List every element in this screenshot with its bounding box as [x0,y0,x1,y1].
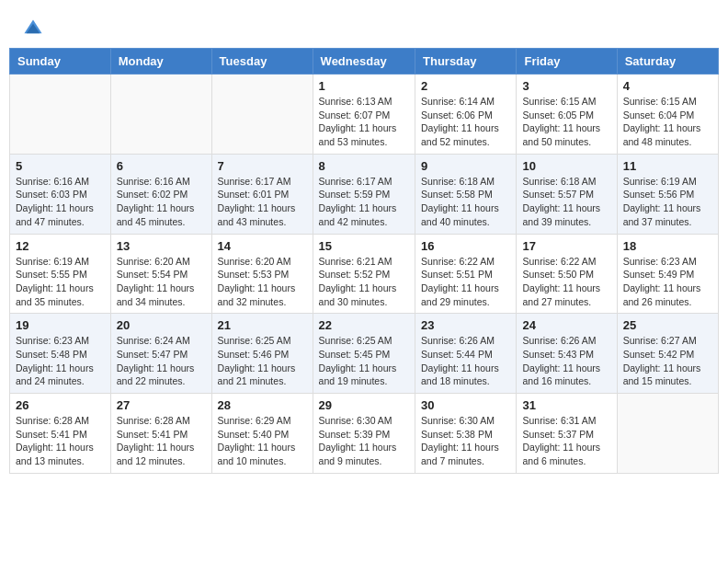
cell-content: Sunrise: 6:16 AMSunset: 6:02 PMDaylight:… [117,176,195,227]
cell-content: Sunrise: 6:20 AMSunset: 5:54 PMDaylight:… [117,256,195,307]
cell-content: Sunrise: 6:17 AMSunset: 6:01 PMDaylight:… [218,176,296,227]
day-number: 15 [319,239,409,253]
calendar-cell: 19Sunrise: 6:23 AMSunset: 5:48 PMDayligh… [10,314,111,394]
calendar-cell: 7Sunrise: 6:17 AMSunset: 6:01 PMDaylight… [211,154,313,234]
cell-content: Sunrise: 6:13 AMSunset: 6:07 PMDaylight:… [319,96,397,147]
calendar-cell: 10Sunrise: 6:18 AMSunset: 5:57 PMDayligh… [517,154,617,234]
day-number: 12 [16,239,105,253]
calendar-cell: 22Sunrise: 6:25 AMSunset: 5:45 PMDayligh… [313,314,415,394]
day-number: 3 [522,79,610,93]
calendar-cell: 3Sunrise: 6:15 AMSunset: 6:05 PMDaylight… [517,75,617,155]
calendar-cell: 8Sunrise: 6:17 AMSunset: 5:59 PMDaylight… [313,154,415,234]
cell-content: Sunrise: 6:14 AMSunset: 6:06 PMDaylight:… [421,96,499,147]
cell-content: Sunrise: 6:28 AMSunset: 5:41 PMDaylight:… [16,415,94,466]
day-number: 8 [319,159,409,173]
page-header [9,9,719,43]
cell-content: Sunrise: 6:17 AMSunset: 5:59 PMDaylight:… [319,176,397,227]
cell-content: Sunrise: 6:20 AMSunset: 5:53 PMDaylight:… [218,256,296,307]
day-number: 24 [522,318,610,332]
calendar-table: SundayMondayTuesdayWednesdayThursdayFrid… [9,48,719,474]
day-number: 6 [117,159,206,173]
day-number: 27 [117,398,206,412]
calendar-cell: 2Sunrise: 6:14 AMSunset: 6:06 PMDaylight… [415,75,517,155]
calendar-cell: 5Sunrise: 6:16 AMSunset: 6:03 PMDaylight… [10,154,111,234]
cell-content: Sunrise: 6:27 AMSunset: 5:42 PMDaylight:… [623,335,701,386]
cell-content: Sunrise: 6:22 AMSunset: 5:51 PMDaylight:… [421,256,499,307]
calendar-cell: 31Sunrise: 6:31 AMSunset: 5:37 PMDayligh… [517,394,617,474]
day-number: 16 [421,239,510,253]
calendar-cell: 14Sunrise: 6:20 AMSunset: 5:53 PMDayligh… [211,234,313,314]
logo-icon [23,18,43,39]
day-number: 13 [117,239,206,253]
calendar-cell: 12Sunrise: 6:19 AMSunset: 5:55 PMDayligh… [10,234,111,314]
calendar-cell [617,394,718,474]
calendar-week-row: 26Sunrise: 6:28 AMSunset: 5:41 PMDayligh… [10,394,719,474]
cell-content: Sunrise: 6:19 AMSunset: 5:56 PMDaylight:… [623,176,701,227]
day-number: 11 [623,159,712,173]
calendar-cell: 28Sunrise: 6:29 AMSunset: 5:40 PMDayligh… [211,394,313,474]
calendar-cell: 11Sunrise: 6:19 AMSunset: 5:56 PMDayligh… [617,154,718,234]
calendar-cell: 21Sunrise: 6:25 AMSunset: 5:46 PMDayligh… [211,314,313,394]
calendar-cell: 13Sunrise: 6:20 AMSunset: 5:54 PMDayligh… [110,234,211,314]
weekday-header: Monday [110,49,211,75]
day-number: 14 [218,239,307,253]
calendar-cell: 9Sunrise: 6:18 AMSunset: 5:58 PMDaylight… [415,154,517,234]
day-number: 1 [319,79,409,93]
calendar-cell [10,75,111,155]
calendar-cell [211,75,313,155]
cell-content: Sunrise: 6:26 AMSunset: 5:44 PMDaylight:… [421,335,499,386]
day-number: 4 [623,79,712,93]
cell-content: Sunrise: 6:18 AMSunset: 5:58 PMDaylight:… [421,176,499,227]
day-number: 20 [117,318,206,332]
cell-content: Sunrise: 6:21 AMSunset: 5:52 PMDaylight:… [319,256,397,307]
calendar-week-row: 1Sunrise: 6:13 AMSunset: 6:07 PMDaylight… [10,75,719,155]
calendar-cell: 29Sunrise: 6:30 AMSunset: 5:39 PMDayligh… [313,394,415,474]
calendar-week-row: 12Sunrise: 6:19 AMSunset: 5:55 PMDayligh… [10,234,719,314]
calendar-cell: 26Sunrise: 6:28 AMSunset: 5:41 PMDayligh… [10,394,111,474]
calendar-header-row: SundayMondayTuesdayWednesdayThursdayFrid… [10,49,719,75]
day-number: 21 [218,318,307,332]
weekday-header: Thursday [415,49,517,75]
calendar-cell: 25Sunrise: 6:27 AMSunset: 5:42 PMDayligh… [617,314,718,394]
calendar-cell [110,75,211,155]
calendar-cell: 15Sunrise: 6:21 AMSunset: 5:52 PMDayligh… [313,234,415,314]
day-number: 17 [522,239,610,253]
day-number: 18 [623,239,712,253]
calendar-week-row: 5Sunrise: 6:16 AMSunset: 6:03 PMDaylight… [10,154,719,234]
cell-content: Sunrise: 6:15 AMSunset: 6:05 PMDaylight:… [522,96,600,147]
calendar-cell: 17Sunrise: 6:22 AMSunset: 5:50 PMDayligh… [517,234,617,314]
cell-content: Sunrise: 6:16 AMSunset: 6:03 PMDaylight:… [16,176,94,227]
calendar-cell: 23Sunrise: 6:26 AMSunset: 5:44 PMDayligh… [415,314,517,394]
weekday-header: Sunday [10,49,111,75]
cell-content: Sunrise: 6:28 AMSunset: 5:41 PMDaylight:… [117,415,195,466]
cell-content: Sunrise: 6:31 AMSunset: 5:37 PMDaylight:… [522,415,600,466]
calendar-cell: 20Sunrise: 6:24 AMSunset: 5:47 PMDayligh… [110,314,211,394]
cell-content: Sunrise: 6:25 AMSunset: 5:45 PMDaylight:… [319,335,397,386]
day-number: 23 [421,318,510,332]
day-number: 30 [421,398,510,412]
weekday-header: Saturday [617,49,718,75]
cell-content: Sunrise: 6:24 AMSunset: 5:47 PMDaylight:… [117,335,195,386]
cell-content: Sunrise: 6:30 AMSunset: 5:38 PMDaylight:… [421,415,499,466]
day-number: 28 [218,398,307,412]
calendar-cell: 18Sunrise: 6:23 AMSunset: 5:49 PMDayligh… [617,234,718,314]
day-number: 19 [16,318,105,332]
day-number: 7 [218,159,307,173]
calendar-cell: 16Sunrise: 6:22 AMSunset: 5:51 PMDayligh… [415,234,517,314]
calendar-cell: 1Sunrise: 6:13 AMSunset: 6:07 PMDaylight… [313,75,415,155]
day-number: 9 [421,159,510,173]
day-number: 22 [319,318,409,332]
calendar-cell: 27Sunrise: 6:28 AMSunset: 5:41 PMDayligh… [110,394,211,474]
day-number: 25 [623,318,712,332]
calendar-week-row: 19Sunrise: 6:23 AMSunset: 5:48 PMDayligh… [10,314,719,394]
day-number: 10 [522,159,610,173]
weekday-header: Friday [517,49,617,75]
weekday-header: Tuesday [211,49,313,75]
day-number: 26 [16,398,105,412]
cell-content: Sunrise: 6:15 AMSunset: 6:04 PMDaylight:… [623,96,701,147]
cell-content: Sunrise: 6:29 AMSunset: 5:40 PMDaylight:… [218,415,296,466]
cell-content: Sunrise: 6:23 AMSunset: 5:48 PMDaylight:… [16,335,94,386]
day-number: 5 [16,159,105,173]
day-number: 2 [421,79,510,93]
cell-content: Sunrise: 6:18 AMSunset: 5:57 PMDaylight:… [522,176,600,227]
